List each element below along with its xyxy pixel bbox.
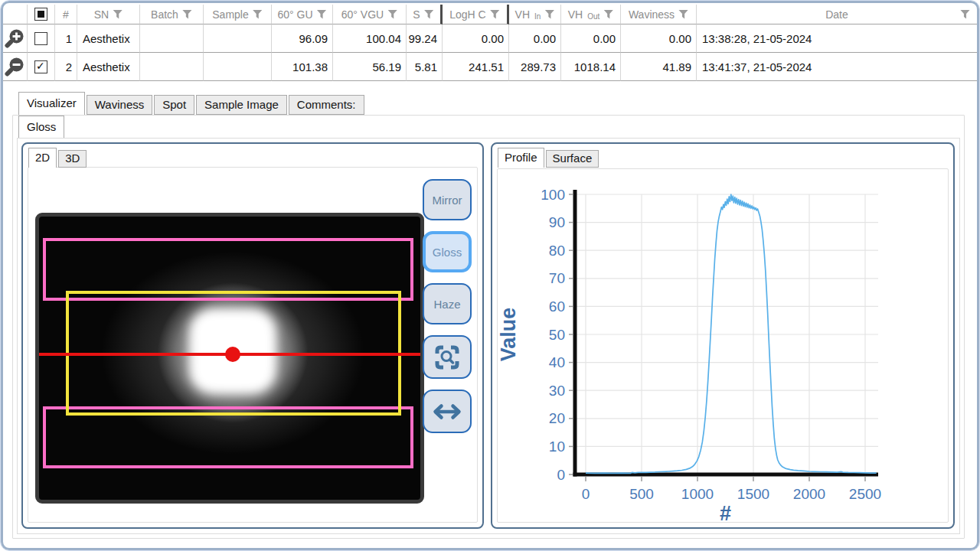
zoom-in-icon[interactable] — [5, 28, 26, 49]
svg-text:20: 20 — [549, 410, 565, 426]
cell-sn: Aesthetix — [83, 32, 130, 45]
tab-sample-image[interactable]: Sample Image — [196, 95, 287, 115]
column-label: # — [63, 8, 69, 21]
profile-panel: Profile Surface 010203040506070809010005… — [491, 142, 955, 529]
tab-2d[interactable]: 2D — [28, 148, 57, 168]
svg-text:100: 100 — [541, 187, 565, 203]
svg-text:90: 90 — [549, 214, 565, 230]
svg-text:40: 40 — [549, 354, 565, 370]
svg-text:1500: 1500 — [737, 486, 769, 502]
cell-waviness: 41.89 — [662, 60, 691, 73]
gloss-tab-page: 2D 3D Mirror — [17, 138, 960, 534]
cell-vhin: 289.73 — [521, 60, 556, 73]
tab-waviness[interactable]: Waviness — [87, 95, 152, 115]
table-row[interactable]: 2 Aesthetix 101.38 56.19 5.81 241.51 289… — [3, 53, 977, 81]
column-label: 60° GU — [277, 8, 312, 21]
cell-sn: Aesthetix — [83, 60, 130, 73]
filter-icon[interactable] — [317, 10, 327, 19]
cell-60vgu: 56.19 — [372, 60, 401, 73]
zoom-fit-icon — [433, 344, 461, 371]
cell-num: 2 — [66, 60, 72, 73]
gloss-button[interactable]: Gloss — [423, 231, 472, 272]
svg-text:50: 50 — [549, 327, 565, 343]
flip-horizontal-button[interactable] — [423, 390, 472, 433]
cell-date: 13:38:28, 21-05-2024 — [702, 32, 812, 45]
filter-icon[interactable] — [490, 10, 500, 19]
roi-rect-pink-bottom — [43, 406, 413, 468]
zoom-out-icon[interactable] — [5, 56, 26, 77]
tab-visualizer[interactable]: Visualizer — [18, 92, 85, 115]
row-checkbox[interactable] — [34, 60, 47, 73]
filter-icon[interactable] — [253, 10, 263, 19]
mirror-button[interactable]: Mirror — [423, 179, 472, 220]
filter-icon[interactable] — [678, 10, 688, 19]
cell-waviness: 0.00 — [669, 32, 691, 45]
profile-chart: 0102030405060708090100050010001500200025… — [495, 171, 947, 525]
filter-icon[interactable] — [960, 10, 970, 19]
column-label: Sample — [212, 8, 248, 21]
cell-vhout: 0.00 — [593, 32, 616, 45]
svg-text:70: 70 — [549, 270, 565, 286]
measurement-image-2d[interactable] — [35, 213, 424, 504]
filter-icon[interactable] — [182, 10, 192, 19]
cell-60vgu: 100.04 — [366, 32, 401, 45]
filter-icon[interactable] — [113, 10, 122, 19]
row-checkbox[interactable] — [34, 32, 47, 45]
tab-surface[interactable]: Surface — [546, 150, 599, 168]
svg-text:2000: 2000 — [793, 486, 825, 502]
column-label: LogH C — [449, 8, 485, 21]
cell-vhin: 0.00 — [534, 32, 556, 45]
tab-profile[interactable]: Profile — [498, 148, 544, 168]
svg-text:2500: 2500 — [849, 486, 881, 502]
chart-tab-strip: Profile Surface — [498, 148, 600, 168]
view-tab-strip: 2D 3D — [28, 148, 88, 168]
svg-text:1000: 1000 — [681, 486, 714, 502]
haze-button[interactable]: Haze — [423, 283, 472, 324]
tab-comments[interactable]: Comments: — [289, 95, 364, 115]
cell-60gu: 96.09 — [299, 32, 328, 45]
cell-60gu: 101.38 — [292, 60, 328, 73]
svg-text:30: 30 — [549, 383, 565, 399]
column-label: VH — [515, 8, 530, 21]
column-sublabel: Out — [587, 12, 599, 21]
svg-text:500: 500 — [629, 486, 654, 502]
panels-container: 2D 3D Mirror — [21, 142, 955, 529]
filter-icon[interactable] — [544, 10, 554, 19]
tab-spot[interactable]: Spot — [154, 95, 194, 115]
visualizer-button-column: Mirror Gloss Haze — [423, 179, 472, 433]
column-label: VH — [568, 8, 583, 21]
main-tab-strip: Visualizer Waviness Spot Sample Image Co… — [18, 92, 366, 115]
header-checkbox[interactable] — [34, 8, 47, 21]
svg-text:0: 0 — [582, 486, 590, 502]
cell-s: 99.24 — [408, 32, 437, 45]
tab-3d[interactable]: 3D — [58, 150, 87, 168]
zoom-fit-button[interactable] — [423, 335, 472, 379]
svg-text:80: 80 — [549, 243, 565, 259]
table-row[interactable]: 1 Aesthetix 96.09 100.04 99.24 0.00 0.00… — [3, 24, 977, 53]
cell-s: 5.81 — [415, 60, 437, 73]
cell-loghc: 0.00 — [482, 32, 504, 45]
column-sublabel: In — [534, 12, 541, 21]
cell-loghc: 241.51 — [469, 60, 504, 73]
svg-text:10: 10 — [549, 439, 565, 455]
gloss-tab-strip: Gloss — [18, 116, 66, 138]
svg-text:60: 60 — [549, 298, 565, 315]
zoom-column-header — [3, 5, 28, 24]
cell-num: 1 — [66, 32, 72, 45]
filter-icon[interactable] — [387, 10, 397, 19]
column-label: Date — [825, 8, 848, 21]
table-header-row: # SN Batch Sample 60° GU 60° VGU S LogH … — [3, 5, 977, 24]
svg-text:0: 0 — [557, 467, 565, 483]
filter-icon[interactable] — [603, 10, 613, 19]
app-window: # SN Batch Sample 60° GU 60° VGU S LogH … — [1, 1, 979, 550]
column-label: SN — [94, 8, 109, 21]
svg-text:#: # — [720, 502, 731, 525]
tab-gloss[interactable]: Gloss — [18, 116, 64, 138]
column-label: S — [413, 8, 420, 21]
screenshot-stage: # SN Batch Sample 60° GU 60° VGU S LogH … — [0, 0, 980, 551]
visualizer-2d-panel: 2D 3D Mirror — [21, 142, 484, 529]
filter-icon[interactable] — [424, 10, 434, 19]
cell-vhout: 1018.14 — [574, 60, 616, 73]
measurement-marker[interactable] — [225, 347, 240, 362]
cell-date: 13:41:37, 21-05-2024 — [702, 60, 812, 73]
